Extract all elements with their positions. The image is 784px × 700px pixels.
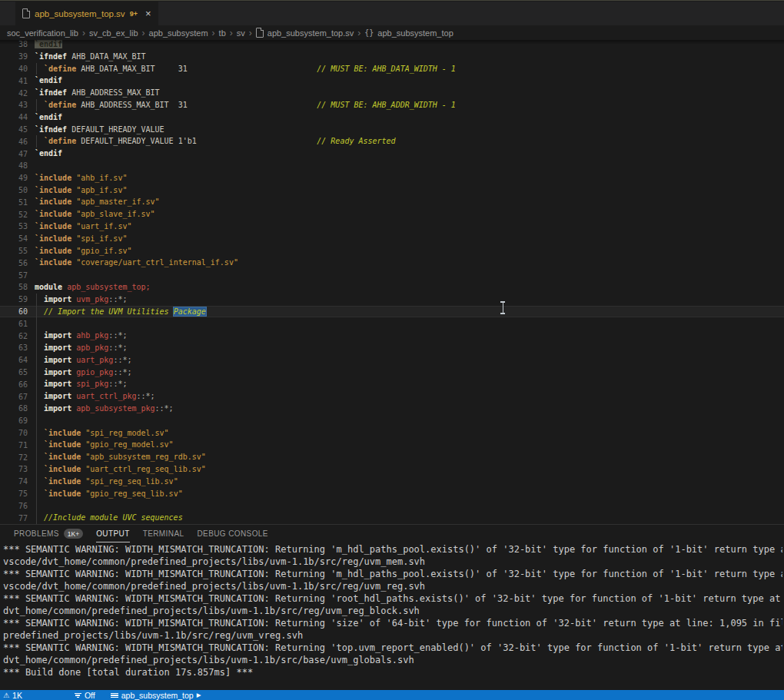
code-line[interactable]: 39`ifndef AHB_DATA_MAX_BIT [0, 51, 784, 63]
line-number[interactable]: 72 [0, 453, 35, 462]
breadcrumb-item[interactable]: apb_subsystem [149, 28, 208, 38]
code-line[interactable]: 71 `include "gpio_reg_model.sv" [0, 439, 784, 451]
code-editor[interactable]: 38`endif39`ifndef AHB_DATA_MAX_BIT40 `de… [0, 40, 784, 524]
line-number[interactable]: 50 [0, 186, 35, 194]
line-number[interactable]: 45 [0, 125, 35, 134]
code-line[interactable]: 46 `define DEFAULT_HREADY_VALUE 1'b1 // … [0, 135, 784, 148]
code-line[interactable]: 42`ifndef AHB_ADDRESS_MAX_BIT [0, 87, 784, 99]
panel-tab-terminal[interactable]: TERMINAL [143, 525, 184, 542]
code-line[interactable]: 58module apb_subsystem_top; [0, 281, 784, 294]
code-line[interactable]: 40 `define AHB_DATA_MAX_BIT 31 // MUST B… [0, 63, 784, 75]
line-number[interactable]: 61 [0, 320, 35, 328]
code-line[interactable]: 64 import uart_pkg::*; [0, 354, 784, 367]
breadcrumb-item[interactable]: sv_cb_ex_lib [89, 28, 138, 38]
code-line[interactable]: 77 //Include module UVC sequences [0, 512, 784, 524]
line-number[interactable]: 71 [0, 441, 35, 450]
line-number[interactable]: 49 [0, 174, 35, 182]
line-number[interactable]: 44 [0, 113, 35, 121]
line-number[interactable]: 74 [0, 477, 35, 486]
code-line[interactable]: 50`include "apb_if.sv" [0, 184, 784, 197]
close-icon[interactable]: × [145, 8, 151, 19]
code-line[interactable]: 45`ifndef DEFAULT_HREADY_VALUE [0, 124, 784, 136]
code-line[interactable]: 75 `include "gpio_reg_seq_lib.sv" [0, 488, 784, 500]
breadcrumb-item[interactable]: {}apb_subsystem_top [364, 28, 453, 38]
code-line[interactable]: 65 import gpio_pkg::*; [0, 367, 784, 379]
line-number[interactable]: 60 [0, 307, 35, 316]
panel-tab-debug-console[interactable]: DEBUG CONSOLE [197, 525, 267, 542]
line-number[interactable]: 69 [0, 416, 35, 425]
play-icon[interactable]: ▶ [197, 692, 201, 698]
line-number[interactable]: 51 [0, 198, 35, 207]
code-line[interactable]: 47`endif [0, 148, 784, 160]
line-number[interactable]: 64 [0, 356, 35, 364]
code-line[interactable]: 76 [0, 499, 784, 512]
code-line[interactable]: 51`include "apb_master_if.sv" [0, 196, 784, 208]
code-line[interactable]: 52`include "apb_slave_if.sv" [0, 208, 784, 221]
code-line[interactable]: 63 import apb_pkg::*; [0, 342, 784, 354]
code-line[interactable]: 53`include "uart_if.sv" [0, 221, 784, 233]
code-line[interactable]: 56`include "coverage/uart_ctrl_internal_… [0, 257, 784, 269]
code-line[interactable]: 55`include "gpio_if.sv" [0, 245, 784, 257]
code-line[interactable]: 44`endif [0, 111, 784, 124]
code-line[interactable]: 43 `define AHB_ADDRESS_MAX_BIT 31 // MUS… [0, 99, 784, 111]
output-log[interactable]: *** SEMANTIC WARNING: WIDTH_MISMATCH_TRU… [3, 543, 782, 682]
line-number[interactable]: 76 [0, 502, 35, 510]
line-number[interactable]: 65 [0, 368, 35, 377]
code-line[interactable]: 49`include "ahb_if.sv" [0, 172, 784, 184]
breadcrumb-item[interactable]: apb_subsystem_top.sv [256, 28, 354, 38]
line-number[interactable]: 75 [0, 489, 35, 498]
code-line[interactable]: 73 `include "uart_ctrl_reg_seq_lib.sv" [0, 463, 784, 476]
line-number[interactable]: 46 [0, 138, 35, 146]
code-line[interactable]: 61 [0, 317, 784, 330]
line-number[interactable]: 66 [0, 380, 35, 389]
line-number[interactable]: 47 [0, 150, 35, 158]
line-number[interactable]: 59 [0, 295, 35, 304]
line-number[interactable]: 62 [0, 332, 35, 340]
line-number[interactable]: 43 [0, 101, 35, 109]
panel-tab-output[interactable]: OUTPUT [96, 525, 130, 542]
code-line[interactable]: 70 `include "spi_reg_model.sv" [0, 427, 784, 440]
panel-tab-problems[interactable]: PROBLEMS1K+ [14, 525, 83, 542]
code-text: `include "uart_ctrl_reg_seq_lib.sv" [35, 463, 206, 476]
code-line[interactable]: 72 `include "apb_subsystem_reg_rdb.sv" [0, 451, 784, 463]
editor-tab[interactable]: apb_subsystem_top.sv 9+ × [15, 2, 158, 25]
line-number[interactable]: 48 [0, 161, 35, 170]
line-number[interactable]: 63 [0, 343, 35, 352]
breadcrumb-item[interactable]: soc_verification_lib [7, 28, 78, 38]
code-line[interactable]: 66 import spi_pkg::*; [0, 378, 784, 390]
breadcrumb-item[interactable]: tb [219, 28, 226, 38]
line-number[interactable]: 57 [0, 271, 35, 280]
line-number[interactable]: 70 [0, 429, 35, 437]
status-problems[interactable]: ⚠ 1K [0, 690, 25, 700]
line-number[interactable]: 67 [0, 393, 35, 401]
line-number[interactable]: 38 [0, 40, 35, 48]
line-number[interactable]: 41 [0, 77, 35, 85]
code-line[interactable]: 68 import apb_subsystem_pkg::*; [0, 403, 784, 415]
status-filter[interactable]: Off [71, 690, 98, 700]
line-number[interactable]: 42 [0, 89, 35, 98]
line-number[interactable]: 58 [0, 283, 35, 291]
line-number[interactable]: 77 [0, 514, 35, 523]
code-line[interactable]: 62 import ahb_pkg::*; [0, 330, 784, 342]
code-line[interactable]: 48 [0, 160, 784, 172]
line-number[interactable]: 54 [0, 234, 35, 243]
code-line[interactable]: 69 [0, 415, 784, 427]
line-number[interactable]: 52 [0, 211, 35, 219]
line-number[interactable]: 39 [0, 52, 35, 61]
code-line[interactable]: 60 // Import the UVM Utilities Package [0, 306, 784, 318]
line-number[interactable]: 68 [0, 404, 35, 413]
line-number[interactable]: 53 [0, 222, 35, 231]
code-line[interactable]: 59 import uvm_pkg::*; [0, 294, 784, 306]
status-run-config[interactable]: apb_subsystem_top ▶ [108, 690, 204, 700]
line-number[interactable]: 55 [0, 247, 35, 255]
line-number[interactable]: 40 [0, 65, 35, 73]
code-line[interactable]: 54`include "spi_if.sv" [0, 233, 784, 245]
code-line[interactable]: 41`endif [0, 75, 784, 87]
code-line[interactable]: 57 [0, 269, 784, 281]
code-line[interactable]: 67 import uart_ctrl_pkg::*; [0, 390, 784, 403]
code-line[interactable]: 74 `include "spi_reg_seq_lib.sv" [0, 476, 784, 488]
code-line[interactable]: 38`endif [0, 40, 784, 51]
line-number[interactable]: 56 [0, 259, 35, 267]
line-number[interactable]: 73 [0, 465, 35, 473]
breadcrumb-item[interactable]: sv [237, 28, 245, 38]
